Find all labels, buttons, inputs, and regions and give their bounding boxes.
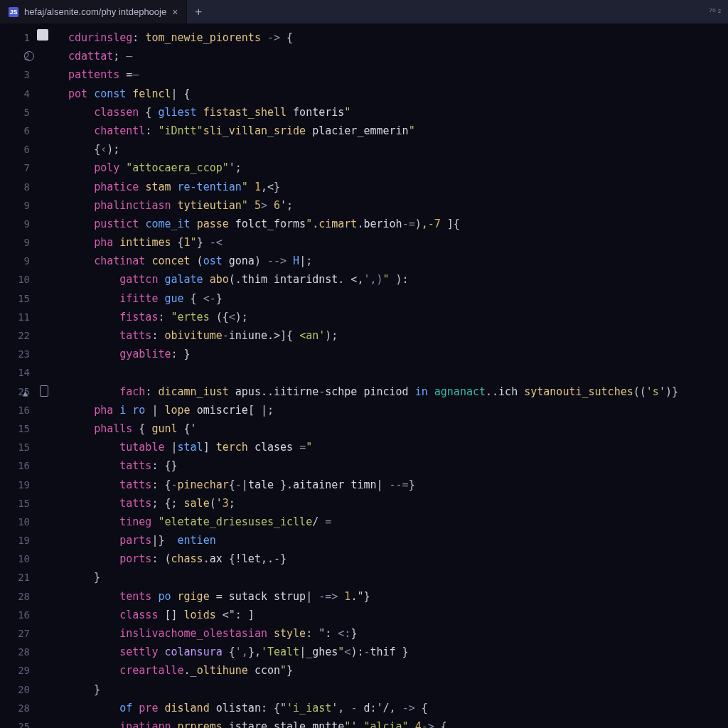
line-number: 25▲ [0,382,40,401]
editor-tab[interactable]: JS hefaj/alsenite.com/phy intdephooje × [0,0,187,23]
gutter-marker-icon [40,385,48,397]
file-type-icon: JS [9,7,18,17]
breakpoint-icon[interactable] [24,51,34,61]
code-line[interactable]: tineg "eletate_driesuses_iclle/ = [68,513,728,531]
code-line[interactable]: settly colansura {',},'Tealt|_ghes"<):-t… [68,643,728,661]
line-number: 28 [0,587,40,606]
line-number: 3 [0,65,40,84]
line-number: 10 [0,270,40,289]
code-line[interactable]: creartalle._oltihune ccon"} [68,661,728,680]
code-line[interactable]: {‹); [68,140,728,159]
code-line[interactable]: } [68,680,728,699]
code-line[interactable]: chatentl: "iDntt"sli_villan_sride placie… [68,122,728,140]
new-tab-button[interactable]: + [187,0,210,23]
editor-area: 123456678999910151122231425▲161515161915… [0,24,728,728]
line-number: 5 [0,103,40,122]
code-line[interactable]: pattents =– [68,65,728,84]
line-number: 19 [0,476,40,494]
line-number: 11 [0,308,40,326]
code-line[interactable]: pha inttimes {1"} -< [68,233,728,252]
code-line[interactable]: } [68,568,728,587]
line-number: 16 [0,456,40,475]
code-line[interactable]: inatiapn prprems istare stale mntte"' "a… [68,717,728,728]
code-line[interactable]: phalls { gunl {' [68,419,728,438]
line-number: 23 [0,345,40,363]
code-line[interactable]: gyablite: } [68,345,728,363]
code-line[interactable]: parts|} entien [68,531,728,550]
code-line[interactable]: tatts: obivitume-iniune.>]{ <an'); [68,326,728,345]
line-number: 9 [0,233,40,252]
code-line[interactable]: cdattat; – [68,47,728,65]
code-content[interactable]: cdurinsleg: tom_newie_piorents -> {cdatt… [40,24,728,728]
line-number: 16 [0,606,40,624]
code-line[interactable]: phatice stam re-tentian" 1,<} [68,178,728,196]
line-number: 25 [0,717,40,728]
line-number: 15 [0,438,40,456]
line-number-gutter: 123456678999910151122231425▲161515161915… [0,24,40,728]
tabbar-indicator: ⁷⁰ ² [709,0,728,23]
code-line[interactable]: cdurinsleg: tom_newie_piorents -> { [68,28,728,47]
code-line[interactable]: classs [] loids <": ] [68,606,728,624]
code-line[interactable]: of pre disland olistan: {"'i_iast', - d:… [68,699,728,717]
line-number: 2 [0,47,40,65]
line-number: 8 [0,178,40,196]
line-number: 15 [0,419,40,438]
code-line[interactable]: tutable |stal] terch clases =" [68,438,728,456]
code-line[interactable]: pha i ro | lope omiscrie[ |; [68,401,728,419]
fold-marker-icon[interactable]: ▲ [23,384,28,402]
code-line[interactable]: phalinctiasn tytieutian" 5> 6'; [68,196,728,215]
line-number: 9 [0,252,40,270]
line-number: 28 [0,643,40,661]
line-number: 22 [0,326,40,345]
code-line[interactable]: gattcn galate abo(.thim intaridnst. <,',… [68,270,728,289]
code-line[interactable]: tatts: {-pinechar{-|tale }.aitainer timn… [68,476,728,494]
line-number: 29 [0,661,40,680]
code-line[interactable]: tents po rgige = sutack strup| -=> 1."} [68,587,728,606]
code-line[interactable]: chatinat concet (ost gona) --> H|; [68,252,728,270]
code-line[interactable]: tatts; {; sale('3; [68,494,728,513]
code-line[interactable] [68,363,728,382]
line-number: 10 [0,513,40,531]
line-number: 14 [0,363,40,382]
line-number: 6 [0,140,40,159]
close-icon[interactable]: × [172,7,178,17]
code-line[interactable]: ports: (chass.ax {!let,.-} [68,550,728,568]
line-number: 6 [0,122,40,140]
code-line[interactable]: ifitte gue { <-} [68,289,728,308]
code-line[interactable]: inslivachome_olestasian style: ": <:} [68,624,728,643]
code-line[interactable]: fach: dicamn_iust apus..iitirne-schpe pi… [68,382,728,401]
code-line[interactable]: pustict come_it passe folct_forms".cimar… [68,215,728,233]
line-number: 9 [0,215,40,233]
line-number: 19 [0,531,40,550]
line-number: 28 [0,699,40,717]
line-number: 1 [0,28,40,47]
code-line[interactable]: tatts: {} [68,456,728,475]
line-number: 10 [0,550,40,568]
tab-bar: JS hefaj/alsenite.com/phy intdephooje × … [0,0,728,24]
code-line[interactable]: fistas: "ertes ({<); [68,308,728,326]
line-number: 7 [0,159,40,177]
line-number: 9 [0,196,40,215]
line-number: 21 [0,568,40,587]
line-number: 15 [0,494,40,513]
code-line[interactable]: poly "attocaera_ccop"'; [68,159,728,177]
code-line[interactable]: pot const felncl| { [68,85,728,103]
line-number: 20 [0,680,40,699]
line-number: 15 [0,289,40,308]
line-number: 16 [0,401,40,419]
line-number: 4 [0,85,40,103]
code-line[interactable]: classen { gliest fistast_shell fonteris" [68,103,728,122]
tab-title: hefaj/alsenite.com/phy intdephooje [24,6,166,17]
line-number: 27 [0,624,40,643]
